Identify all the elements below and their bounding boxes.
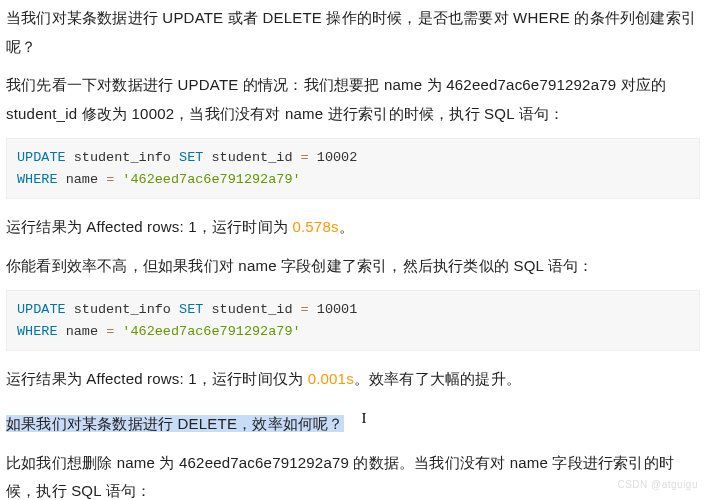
keyword-where: WHERE (17, 324, 58, 339)
keyword-update: UPDATE (17, 302, 66, 317)
number-value: 10002 (317, 150, 358, 165)
column-name: student_id (211, 150, 292, 165)
keyword-where: WHERE (17, 172, 58, 187)
text-cursor: I (362, 404, 367, 433)
paragraph-with-index: 你能看到效率不高，但如果我们对 name 字段创建了索引，然后执行类似的 SQL… (6, 252, 700, 281)
watermark: CSDN @atguigu (617, 475, 698, 494)
table-name: student_info (74, 302, 171, 317)
result-suffix: 。效率有了大幅的提升。 (354, 370, 521, 387)
time-value: 0.578s (292, 218, 338, 235)
string-literal: '462eed7ac6e791292a79' (122, 172, 300, 187)
operator-eq: = (301, 150, 309, 165)
keyword-set: SET (179, 150, 203, 165)
column-name: name (66, 172, 98, 187)
time-value: 0.001s (308, 370, 354, 387)
paragraph-update-scenario: 我们先看一下对数据进行 UPDATE 的情况：我们想要把 name 为 462e… (6, 71, 700, 128)
number-value: 10001 (317, 302, 358, 317)
column-name: name (66, 324, 98, 339)
code-update-no-index: UPDATE student_info SET student_id = 100… (6, 138, 700, 199)
paragraph-result-1: 运行结果为 Affected rows: 1，运行时间为 0.578s。 (6, 213, 700, 242)
operator-eq: = (106, 172, 114, 187)
result-suffix: 。 (339, 218, 354, 235)
selected-text: 如果我们对某条数据进行 DELETE，效率如何呢？ (6, 415, 344, 432)
code-update-with-index: UPDATE student_info SET student_id = 100… (6, 290, 700, 351)
keyword-set: SET (179, 302, 203, 317)
table-name: student_info (74, 150, 171, 165)
paragraph-intro: 当我们对某条数据进行 UPDATE 或者 DELETE 操作的时候，是否也需要对… (6, 4, 700, 61)
result-text: 运行结果为 Affected rows: 1，运行时间为 (6, 218, 292, 235)
string-literal: '462eed7ac6e791292a79' (122, 324, 300, 339)
operator-eq: = (106, 324, 114, 339)
paragraph-delete-scenario: 比如我们想删除 name 为 462eed7ac6e791292a79 的数据。… (6, 449, 700, 500)
paragraph-delete-question: 如果我们对某条数据进行 DELETE，效率如何呢？I (6, 404, 700, 439)
operator-eq: = (301, 302, 309, 317)
column-name: student_id (211, 302, 292, 317)
result-text: 运行结果为 Affected rows: 1，运行时间仅为 (6, 370, 308, 387)
paragraph-result-2: 运行结果为 Affected rows: 1，运行时间仅为 0.001s。效率有… (6, 365, 700, 394)
keyword-update: UPDATE (17, 150, 66, 165)
